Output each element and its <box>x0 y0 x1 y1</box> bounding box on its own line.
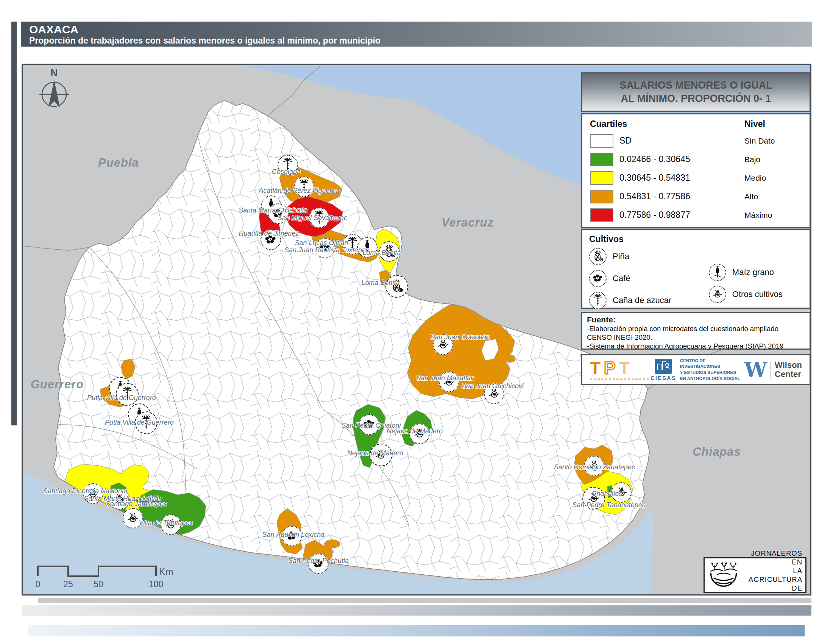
cultivo-item: Caña de azucar <box>589 291 709 309</box>
quartile-nivel: Sin Dato <box>745 136 802 145</box>
fuente-line: CENSO INEGI 2020. <box>587 333 805 342</box>
municipality-label: Nejapa de Madero <box>347 449 403 457</box>
municipality-label: Acatlán de Pérez Figueroa <box>259 187 339 195</box>
fuente-line: -Sistema de Información Agropecuaria y P… <box>587 342 805 350</box>
bottom-gradient-bar <box>22 605 811 616</box>
ciesas-icon <box>655 359 672 374</box>
scale-tick-label: 0 <box>35 579 40 589</box>
quartile-swatch <box>590 134 613 148</box>
municipality-label: Chahuites <box>592 490 622 498</box>
municipality-label: Santa María Chilchotla <box>238 206 307 214</box>
ciesas-acronym: CIESAS <box>651 375 676 381</box>
quartile-swatch <box>590 171 613 185</box>
municipality-label: Loma Bonita <box>362 249 400 257</box>
quartile-range: 0.77586 - 0.98877 <box>619 210 745 220</box>
tpt-letter: T <box>590 358 604 378</box>
divider <box>770 361 771 378</box>
state-label: Guerrero <box>31 378 84 391</box>
scale-tick-label: 100 <box>149 579 163 589</box>
tpt-letter: T <box>619 358 633 378</box>
jornaleros-text-line: DE EXPORTACIÓN <box>741 584 802 596</box>
quartile-nivel: Alto <box>745 192 802 201</box>
quartiles-header: Cuartiles <box>590 119 745 129</box>
legend-cultivos: Cultivos PiñaCaféCaña de azucar Maíz gra… <box>581 229 810 309</box>
cultivo-label: Caña de azucar <box>613 295 671 305</box>
legend-row: 0.02466 - 0.30645Bajo <box>590 150 802 169</box>
map-overlay: N Km 02550100 SALARIOS MENORES O IGUAL A… <box>23 65 810 594</box>
jornaleros-logo-box: JORNALEROS ENLA AGRICULTURADE EXPORTACIÓ… <box>703 557 807 593</box>
municipality-label: Putla Villa de Guerrero <box>87 394 156 402</box>
quartile-range: SD <box>619 135 745 146</box>
compass-north-label: N <box>51 67 58 79</box>
cultivo-item: Café <box>589 269 709 288</box>
municipality-label: Santiago Jamiltepec <box>106 500 167 508</box>
municipality-label: San Juan Cotzocón <box>430 333 490 341</box>
cultivo-item: Piña <box>589 247 709 266</box>
scale-tick-label: 25 <box>63 579 73 589</box>
ciesas-logo: CIESAS CENTRO DE INVESTIGACIONESY ESTUDI… <box>651 358 744 382</box>
ciesas-text-line: EN ANTROPOLOGÍA SOCIAL <box>680 376 745 382</box>
cultivos-header: Cultivos <box>589 234 803 244</box>
title-bar: OAXACA Proporción de trabajadores con sa… <box>21 22 812 47</box>
quartile-nivel: Bajo <box>745 155 802 164</box>
quartile-swatch <box>590 153 613 166</box>
tpt-logo: TPT <box>590 359 651 380</box>
left-accent-bar <box>11 22 17 425</box>
legend-title: SALARIOS MENORES O IGUAL AL MÍNIMO. PROP… <box>581 72 810 112</box>
state-label: Puebla <box>98 156 139 170</box>
page-title: OAXACA <box>29 24 812 35</box>
cana-icon <box>589 292 606 309</box>
legend-quartiles: Cuartiles Nivel SDSin Dato0.02466 - 0.30… <box>581 113 810 229</box>
map-shadow <box>38 598 811 603</box>
compass-rose: N <box>33 67 75 116</box>
tpt-letter: P <box>604 358 619 378</box>
wilson-name: Center <box>775 370 802 379</box>
quartile-nivel: Máximo <box>745 211 802 220</box>
state-label: Veracruz <box>442 216 494 230</box>
cultivo-label: Otros cultivos <box>732 290 783 299</box>
page-subtitle: Proporción de trabajadores con salarios … <box>29 35 812 46</box>
wilson-center-logo: W Wilson Center <box>744 361 802 379</box>
municipality-label: Nejapa de Madero <box>387 427 442 435</box>
municipality-label: San Pedro Pochutla <box>288 557 349 565</box>
legend-title-line2: AL MÍNIMO. PROPORCIÓN 0- 1 <box>621 92 771 105</box>
otros-icon <box>709 286 726 303</box>
maiz-icon <box>709 264 726 281</box>
municipality-label: Cosolapa <box>272 168 301 176</box>
ciesas-text-line: CENTRO DE INVESTIGACIONES <box>680 358 745 370</box>
legend-logos: TPT <box>581 354 810 385</box>
municipality-label: Putla Villa de Guerrero <box>105 419 174 427</box>
municipality-label: Huautla de Jiménez <box>238 230 299 238</box>
legend-title-line1: SALARIOS MENORES O IGUAL <box>619 79 772 92</box>
map-canvas: N Km 02550100 SALARIOS MENORES O IGUAL A… <box>22 64 811 596</box>
quartile-swatch <box>590 190 613 203</box>
quartile-swatch <box>590 208 613 222</box>
municipality-label: San Juan Guichicovi <box>462 382 524 390</box>
quartile-nivel: Medio <box>745 174 802 183</box>
wilson-w-icon: W <box>744 361 767 379</box>
legend-row: SDSin Dato <box>590 132 802 150</box>
jornaleros-field-icon <box>708 559 740 591</box>
cultivo-label: Piña <box>613 251 629 261</box>
fuente-line: -Elaboración propia con microdatos del c… <box>587 324 805 333</box>
municipality-label: San Juan Mazatlán <box>416 374 474 382</box>
scale-bar: Km 02550100 <box>37 564 204 593</box>
municipality-label: Santo Domingo Zanatepec <box>554 463 635 471</box>
legend-fuente: Fuente: -Elaboración propia con microdat… <box>581 312 810 349</box>
municipality-label: San Miguel Soyaltepec <box>278 214 347 222</box>
cultivo-label: Café <box>613 274 630 283</box>
municipality-label: San Juan Bautista Tuxtepec <box>285 246 369 254</box>
municipality-label: Loma Bonita <box>361 279 399 287</box>
bottom-blue-bar <box>28 625 805 636</box>
jornaleros-text-line: JORNALEROS EN <box>741 549 802 566</box>
scale-unit: Km <box>159 566 174 577</box>
quartile-range: 0.30645 - 0.54831 <box>619 173 745 183</box>
legend-row: 0.54831 - 0.77586Alto <box>590 187 802 206</box>
municipality-label: San Lucas Ojitlán <box>294 239 348 247</box>
tpt-logo-subtext <box>590 378 651 380</box>
municipality-label: Santiago Pinotepa Nacional <box>43 487 127 495</box>
scale-tick-label: 50 <box>93 579 103 589</box>
cafe-icon <box>589 270 606 287</box>
cultivo-label: Maíz grano <box>732 267 774 277</box>
municipality-label: San Agustín Loxicha <box>262 531 325 539</box>
